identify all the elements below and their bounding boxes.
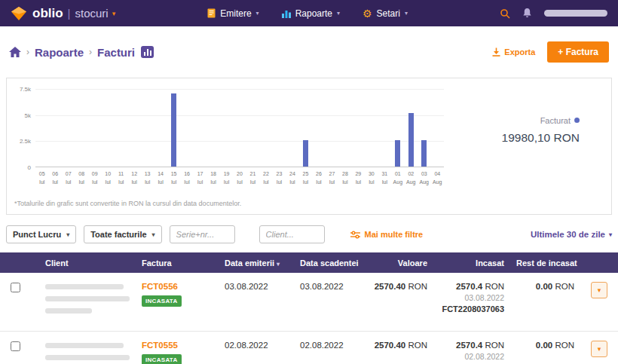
chart-bar-slot	[273, 89, 286, 167]
chart-x-tick: 21Iul	[246, 170, 259, 186]
chart-plot-wrap: 7.5k 5k 2.5k 0	[14, 89, 444, 167]
invoice-link[interactable]: FCT0556	[142, 282, 178, 291]
remaining-cell: 0.00 RON	[510, 282, 580, 291]
collected-date: 03.08.2022	[439, 293, 504, 302]
chart-bar-slot	[299, 89, 312, 167]
chart-bar-slot	[365, 89, 378, 167]
row-actions-button[interactable]: ▾	[591, 341, 607, 357]
invoice-link[interactable]: FCT0555	[142, 341, 178, 350]
header-rest[interactable]: Rest de incasat	[510, 258, 580, 268]
remaining-amount: 0.00	[536, 341, 552, 350]
chart-x-tick: 13Iul	[141, 170, 154, 186]
chart-x-tick: 26Iul	[312, 170, 325, 186]
report-chart-icon[interactable]	[141, 46, 154, 58]
chart-bar-slot	[141, 89, 154, 167]
collected-currency: RON	[485, 341, 504, 350]
invoice-type-value: Toate facturile	[90, 230, 146, 239]
bar-chart-icon	[282, 9, 291, 18]
client-cell	[33, 341, 136, 364]
brand-menu[interactable]: oblio | stocuri ▾	[11, 6, 115, 21]
sort-caret-icon: ▾	[277, 261, 280, 268]
row-checkbox[interactable]	[11, 341, 20, 351]
chart-bar-slot	[312, 89, 325, 167]
chart-bar-slot	[352, 89, 365, 167]
invoices-table-header: Client Factura Data emiterii▾ Data scade…	[0, 252, 618, 273]
chart-bar-slot	[286, 89, 298, 167]
chart-bar-slot	[418, 89, 430, 167]
header-data-emiterii-label: Data emiterii	[225, 258, 274, 268]
issue-date-cell: 02.08.2022	[219, 341, 294, 350]
invoice-cell: FCT0555 INCASATA	[136, 341, 219, 364]
new-invoice-button[interactable]: + Factura	[547, 41, 609, 63]
table-row: FCT0555 INCASATA 02.08.2022 02.08.2022 2…	[0, 332, 618, 364]
chart-bar-slot	[391, 89, 404, 167]
download-icon	[492, 47, 500, 57]
chart-x-tick: 09Iul	[88, 170, 101, 186]
breadcrumb-separator: ›	[26, 47, 29, 57]
chart-bars	[35, 89, 444, 167]
chart-bar-slot	[194, 89, 207, 167]
bell-icon[interactable]	[522, 8, 532, 19]
chart-bar-slot	[35, 89, 48, 167]
chart-x-tick: 15Iul	[167, 170, 180, 186]
navbar-right	[500, 8, 607, 19]
invoices-chart-panel: 7.5k 5k 2.5k 0 05Iul06Iul07Iul08Iul09Iul…	[6, 78, 612, 215]
issue-date-cell: 03.08.2022	[219, 282, 294, 291]
y-tick: 0	[28, 164, 31, 171]
chart-bar-slot	[154, 89, 167, 167]
chart-bar	[408, 113, 414, 167]
legend-label[interactable]: Facturat	[540, 116, 571, 125]
breadcrumb-rapoarte[interactable]: Rapoarte	[35, 46, 84, 59]
chart-bar-slot	[48, 89, 61, 167]
chart-x-tick: 19Iul	[220, 170, 233, 186]
chart-bar-slot	[75, 89, 87, 167]
client-skeleton-bar	[45, 343, 124, 348]
collected-cell: 2570.4 RON 03.08.2022 FCT2208037063	[433, 282, 510, 314]
brand-product: stocuri	[75, 7, 109, 20]
brand-name: oblio	[32, 6, 63, 21]
account-menu-placeholder[interactable]	[544, 10, 607, 17]
serie-input[interactable]	[170, 225, 235, 243]
export-button[interactable]: Exporta	[492, 47, 535, 57]
chart-x-tick: 08Iul	[75, 170, 87, 186]
remaining-currency: RON	[555, 282, 574, 291]
date-range-select[interactable]: Ultimele 30 de zile ▾	[531, 230, 612, 239]
value-currency: RON	[408, 341, 427, 350]
chart-bar-slot	[180, 89, 193, 167]
punct-lucru-select[interactable]: Punct Lucru ▾	[6, 225, 76, 243]
row-actions-cell: ▾	[580, 282, 618, 298]
y-tick: 7.5k	[20, 86, 31, 93]
filter-bar: Punct Lucru ▾ Toate facturile ▾ Mai mult…	[6, 225, 612, 243]
collected-cell: 2570.4 RON 02.08.2022 FCT2208024029	[433, 341, 510, 364]
chart-legend: Facturat 19980,10 RON	[502, 113, 580, 145]
invoice-type-select[interactable]: Toate facturile ▾	[84, 225, 161, 243]
chart-x-tick: 18Iul	[207, 170, 219, 186]
search-icon[interactable]	[500, 8, 510, 19]
value-currency: RON	[408, 282, 427, 291]
chart-x-tick: 12Iul	[127, 170, 140, 186]
document-icon	[207, 8, 216, 18]
more-filters-button[interactable]: Mai multe filtre	[350, 230, 424, 239]
menu-item-rapoarte[interactable]: Rapoarte ▾	[282, 8, 340, 19]
menu-label: Emitere	[220, 8, 251, 19]
chevron-down-icon: ▾	[256, 10, 259, 17]
menu-item-emitere[interactable]: Emitere ▾	[207, 8, 259, 19]
chart-x-tick: 28Iul	[338, 170, 351, 186]
home-icon[interactable]	[9, 47, 21, 57]
page-title: Facturi	[97, 46, 135, 59]
header-valoare[interactable]: Valoare	[366, 258, 433, 268]
header-incasat[interactable]: Incasat	[433, 258, 510, 268]
chart-footnote: *Totalurile din grafic sunt convertite i…	[14, 200, 241, 207]
chevron-down-icon: ▾	[598, 286, 601, 294]
menu-item-setari[interactable]: ⚙ Setari ▾	[363, 8, 408, 19]
row-checkbox[interactable]	[11, 283, 20, 292]
row-actions-button[interactable]: ▾	[591, 282, 607, 298]
header-data-scadentei[interactable]: Data scadentei	[294, 258, 366, 268]
y-tick: 2.5k	[20, 138, 31, 145]
chart-bar-slot	[431, 89, 444, 167]
chart-bar-slot	[207, 89, 219, 167]
invoice-cell: FCT0556 INCASATA	[136, 282, 219, 307]
header-data-emiterii[interactable]: Data emiterii▾	[219, 258, 294, 268]
chevron-down-icon: ▾	[152, 231, 155, 238]
client-input[interactable]	[259, 225, 325, 243]
